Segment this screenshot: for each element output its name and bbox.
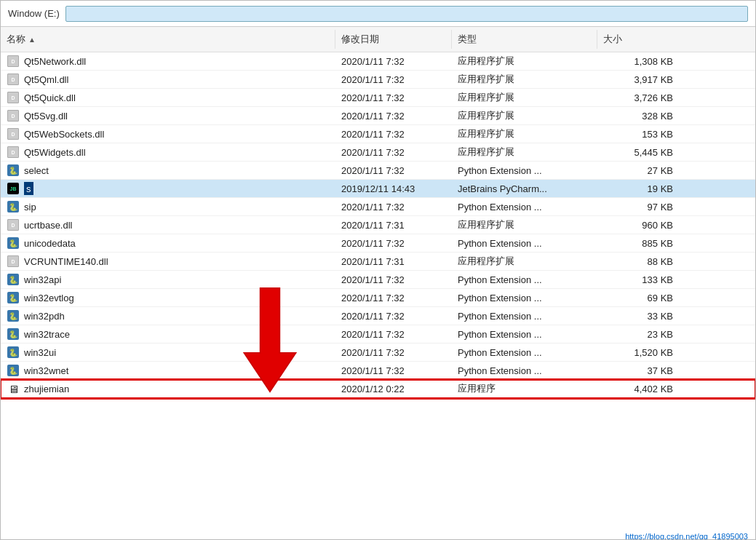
col-header-name[interactable]: 名称 ▲ bbox=[1, 30, 335, 49]
file-size-cell: 88 KB bbox=[597, 254, 685, 269]
table-row[interactable]: Ducrtbase.dll2020/1/11 7:31应用程序扩展960 KB bbox=[1, 216, 755, 234]
file-modified-cell: 2020/1/11 7:32 bbox=[335, 145, 452, 160]
pyd-icon: 🐍 bbox=[7, 200, 20, 213]
pyd-icon: 🐍 bbox=[7, 237, 20, 250]
file-type-cell: Python Extension ... bbox=[452, 199, 597, 215]
file-type-cell: 应用程序扩展 bbox=[452, 89, 597, 106]
file-name-cell: Ducrtbase.dll bbox=[1, 216, 335, 234]
file-modified-cell: 2020/1/11 7:32 bbox=[335, 108, 452, 124]
table-row[interactable]: 🐍win32ui2020/1/11 7:32Python Extension .… bbox=[1, 344, 755, 362]
file-size-cell: 4,402 KB bbox=[597, 381, 685, 397]
file-size-cell: 5,445 KB bbox=[597, 145, 685, 160]
status-bar: https://blog.csdn.net/qq_41895003 bbox=[625, 532, 748, 540]
table-row[interactable]: 🐍unicodedata2020/1/11 7:32Python Extensi… bbox=[1, 234, 755, 253]
table-row[interactable]: 🐍win32trace2020/1/11 7:32Python Extensio… bbox=[1, 325, 755, 344]
sort-arrow: ▲ bbox=[28, 36, 36, 44]
col-header-size[interactable]: 大小 bbox=[597, 30, 685, 49]
exe-icon: 🖥 bbox=[7, 382, 20, 395]
file-type-cell: 应用程序扩展 bbox=[452, 143, 597, 161]
pyd-icon: 🐍 bbox=[7, 346, 20, 359]
file-name-cell: 🐍win32trace bbox=[1, 325, 335, 343]
dll-icon: D bbox=[7, 73, 20, 86]
file-size-cell: 23 KB bbox=[597, 327, 685, 342]
table-row[interactable]: DQt5Quick.dll2020/1/11 7:32应用程序扩展3,726 K… bbox=[1, 89, 755, 107]
file-name-label: zhujiemian bbox=[24, 384, 69, 394]
file-name-cell: 🐍win32api bbox=[1, 271, 335, 288]
pyd-icon: 🐍 bbox=[7, 273, 20, 286]
title-bar: Window (E:) bbox=[1, 1, 755, 27]
file-type-cell: 应用程序扩展 bbox=[452, 216, 597, 234]
file-type-cell: Python Extension ... bbox=[452, 327, 597, 342]
table-row[interactable]: JBs2019/12/11 14:43JetBrains PyCharm...1… bbox=[1, 180, 755, 198]
file-name-cell: 🐍select bbox=[1, 162, 335, 179]
file-name-label: select bbox=[24, 165, 49, 176]
file-name-label: Qt5Widgets.dll bbox=[24, 147, 86, 158]
file-name-cell: DQt5Svg.dll bbox=[1, 107, 335, 124]
file-modified-cell: 2020/1/11 7:32 bbox=[335, 236, 452, 251]
window-title: Window (E:) bbox=[8, 8, 60, 19]
table-row[interactable]: DQt5Network.dll2020/1/11 7:32应用程序扩展1,308… bbox=[1, 52, 755, 71]
file-modified-cell: 2020/1/11 7:32 bbox=[335, 345, 452, 360]
file-modified-cell: 2020/1/11 7:32 bbox=[335, 72, 452, 87]
pyd-icon: 🐍 bbox=[7, 309, 20, 322]
pyd-icon: 🐍 bbox=[7, 291, 20, 304]
file-list[interactable]: DQt5Network.dll2020/1/11 7:32应用程序扩展1,308… bbox=[1, 52, 755, 540]
file-name-label: Qt5Svg.dll bbox=[24, 111, 68, 122]
file-type-cell: 应用程序扩展 bbox=[452, 125, 597, 143]
col-header-type[interactable]: 类型 bbox=[452, 30, 597, 49]
table-row[interactable]: DQt5WebSockets.dll2020/1/11 7:32应用程序扩展15… bbox=[1, 125, 755, 143]
file-size-cell: 69 KB bbox=[597, 290, 685, 306]
file-name-label: win32evtlog bbox=[24, 293, 74, 303]
file-name-label: Qt5Quick.dll bbox=[24, 92, 76, 103]
file-name-label: sip bbox=[24, 202, 36, 213]
file-modified-cell: 2020/1/11 7:32 bbox=[335, 163, 452, 178]
file-name-label: win32ui bbox=[24, 347, 56, 358]
file-name-label: VCRUNTIME140.dll bbox=[24, 256, 108, 267]
file-name-cell: 🐍win32evtlog bbox=[1, 289, 335, 306]
file-modified-cell: 2020/1/11 7:32 bbox=[335, 199, 452, 215]
file-modified-cell: 2020/1/11 7:31 bbox=[335, 254, 452, 269]
file-explorer: 名称 ▲ 修改日期 类型 大小 DQt5Network.dll2020/1/11… bbox=[1, 27, 755, 540]
table-row[interactable]: 🖥zhujiemian2020/1/12 0:22应用程序4,402 KB bbox=[1, 380, 755, 398]
table-row[interactable]: 🐍win32wnet2020/1/11 7:32Python Extension… bbox=[1, 362, 755, 380]
table-row[interactable]: DQt5Qml.dll2020/1/11 7:32应用程序扩展3,917 KB bbox=[1, 71, 755, 89]
table-row[interactable]: 🐍select2020/1/11 7:32Python Extension ..… bbox=[1, 162, 755, 180]
file-size-cell: 3,917 KB bbox=[597, 72, 685, 87]
file-name-cell: JBs bbox=[1, 180, 335, 197]
path-bar[interactable] bbox=[65, 6, 748, 22]
pyd-icon: 🐍 bbox=[7, 364, 20, 377]
file-type-cell: 应用程序 bbox=[452, 380, 597, 397]
dll-icon: D bbox=[7, 218, 20, 231]
table-row[interactable]: DVCRUNTIME140.dll2020/1/11 7:31应用程序扩展88 … bbox=[1, 253, 755, 271]
dll-icon: D bbox=[7, 146, 20, 159]
file-modified-cell: 2020/1/11 7:31 bbox=[335, 218, 452, 233]
col-header-modified[interactable]: 修改日期 bbox=[335, 30, 452, 49]
table-row[interactable]: 🐍win32api2020/1/11 7:32Python Extension … bbox=[1, 271, 755, 289]
table-row[interactable]: 🐍win32evtlog2020/1/11 7:32Python Extensi… bbox=[1, 289, 755, 307]
file-name-cell: 🐍win32ui bbox=[1, 344, 335, 361]
file-name-label: win32pdh bbox=[24, 311, 65, 322]
file-size-cell: 153 KB bbox=[597, 127, 685, 142]
table-row[interactable]: 🐍sip2020/1/11 7:32Python Extension ...97… bbox=[1, 198, 755, 216]
file-type-cell: 应用程序扩展 bbox=[452, 71, 597, 88]
file-name-rename[interactable]: s bbox=[24, 182, 33, 195]
file-name-label: win32trace bbox=[24, 329, 70, 340]
file-modified-cell: 2020/1/11 7:32 bbox=[335, 272, 452, 287]
file-name-cell: DVCRUNTIME140.dll bbox=[1, 253, 335, 270]
file-name-label: Qt5Network.dll bbox=[24, 56, 86, 67]
file-size-cell: 3,726 KB bbox=[597, 90, 685, 106]
column-header: 名称 ▲ 修改日期 类型 大小 bbox=[1, 27, 755, 52]
table-row[interactable]: DQt5Svg.dll2020/1/11 7:32应用程序扩展328 KB bbox=[1, 107, 755, 125]
file-modified-cell: 2020/1/11 7:32 bbox=[335, 54, 452, 69]
file-type-cell: Python Extension ... bbox=[452, 363, 597, 378]
file-modified-cell: 2020/1/11 7:32 bbox=[335, 90, 452, 106]
dll-icon: D bbox=[7, 55, 20, 68]
file-name-cell: DQt5Widgets.dll bbox=[1, 143, 335, 161]
file-size-cell: 27 KB bbox=[597, 163, 685, 178]
table-row[interactable]: 🐍win32pdh2020/1/11 7:32Python Extension … bbox=[1, 307, 755, 325]
dll-icon: D bbox=[7, 255, 20, 268]
file-name-cell: 🐍win32wnet bbox=[1, 362, 335, 379]
file-size-cell: 133 KB bbox=[597, 272, 685, 287]
file-size-cell: 97 KB bbox=[597, 199, 685, 215]
table-row[interactable]: DQt5Widgets.dll2020/1/11 7:32应用程序扩展5,445… bbox=[1, 143, 755, 162]
